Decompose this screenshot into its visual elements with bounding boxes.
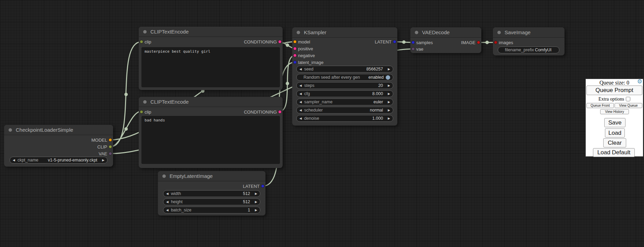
collapse-dot-icon[interactable]: [415, 31, 418, 34]
port-dot-model[interactable]: [109, 138, 112, 142]
arrow-left-icon[interactable]: ◀: [166, 192, 169, 195]
arrow-right-icon[interactable]: ▶: [388, 92, 390, 95]
output-port-model[interactable]: MODEL: [91, 137, 113, 143]
node-title-bar[interactable]: CLIPTextEncode: [139, 27, 283, 37]
arrow-right-icon[interactable]: ▶: [388, 100, 390, 104]
input-port-clip[interactable]: clip: [139, 39, 151, 44]
settings-gear-icon[interactable]: ⚙: [637, 79, 642, 84]
seed-widget[interactable]: ◀ seed 8566257 ▶: [296, 66, 393, 73]
arrow-left-icon[interactable]: ◀: [299, 108, 302, 112]
port-dot-clip[interactable]: [109, 145, 112, 148]
scheduler-widget[interactable]: ◀ scheduler normal ▶: [296, 107, 393, 114]
arrow-right-icon[interactable]: ▶: [388, 108, 390, 112]
output-port-clip[interactable]: CLIP: [97, 144, 113, 150]
output-port-vae[interactable]: VAE: [99, 151, 113, 156]
arrow-left-icon[interactable]: ◀: [299, 100, 302, 104]
input-port-model[interactable]: model: [292, 39, 310, 44]
port-dot-vae[interactable]: [411, 47, 415, 51]
output-port-latent[interactable]: LATENT: [375, 39, 397, 44]
collapse-dot-icon[interactable]: [497, 31, 501, 34]
node-save-image[interactable]: SaveImage images filename_prefix ComfyUI: [493, 27, 565, 55]
node-ksampler[interactable]: KSampler model positive negative latent_…: [292, 27, 397, 126]
denoise-widget[interactable]: ◀ denoise 1.000 ▶: [296, 115, 393, 122]
port-dot-images[interactable]: [494, 41, 497, 44]
node-clip-text-encode-positive[interactable]: CLIPTextEncode clip CONDITIONING masterp…: [139, 27, 283, 90]
view-queue-button[interactable]: View Queue: [615, 103, 642, 108]
input-port-images[interactable]: images: [493, 40, 513, 45]
load-button[interactable]: Load: [605, 128, 625, 138]
arrow-left-icon[interactable]: ◀: [166, 208, 169, 212]
arrow-right-icon[interactable]: ▶: [255, 200, 257, 204]
port-dot-positive[interactable]: [293, 47, 297, 50]
random-seed-toggle-widget[interactable]: Random seed after every gen enabled: [296, 74, 393, 81]
node-title-bar[interactable]: SaveImage: [493, 27, 565, 38]
port-dot-clip[interactable]: [140, 40, 143, 43]
batch-size-widget[interactable]: ◀ batch_size 1 ▶: [163, 207, 260, 213]
node-title-bar[interactable]: KSampler: [292, 27, 397, 38]
arrow-left-icon[interactable]: ◀: [299, 84, 302, 87]
port-dot-negative[interactable]: [293, 54, 297, 57]
extra-options-checkbox[interactable]: [626, 97, 630, 101]
positive-prompt-textarea[interactable]: masterpiece best quality girl: [141, 47, 280, 87]
arrow-right-icon[interactable]: ▶: [388, 84, 390, 87]
port-dot-clip[interactable]: [140, 110, 143, 114]
sampler-name-widget[interactable]: ◀ sampler_name euler ▶: [296, 99, 393, 105]
comfyui-canvas[interactable]: { "canvas": { "background": "#212121", "…: [0, 0, 644, 247]
node-title-bar[interactable]: EmptyLatentImage: [158, 171, 265, 181]
node-vae-decode[interactable]: VAEDecode samples vae IMAGE: [410, 27, 481, 53]
negative-prompt-textarea[interactable]: bad hands: [141, 116, 280, 164]
output-port-conditioning[interactable]: CONDITIONING: [244, 39, 283, 44]
port-dot-latent[interactable]: [393, 40, 396, 43]
cfg-widget[interactable]: ◀ cfg 8.000 ▶: [296, 90, 393, 97]
output-port-image[interactable]: IMAGE: [461, 40, 481, 45]
steps-widget[interactable]: ◀ steps 20 ▶: [296, 82, 393, 89]
node-clip-text-encode-negative[interactable]: CLIPTextEncode clip CONDITIONING bad han…: [139, 97, 283, 168]
arrow-left-icon[interactable]: ◀: [299, 67, 302, 71]
arrow-right-icon[interactable]: ▶: [255, 208, 257, 212]
filename-prefix-widget[interactable]: filename_prefix ComfyUI: [498, 47, 559, 53]
arrow-left-icon[interactable]: ◀: [299, 92, 302, 95]
clear-button[interactable]: Clear: [603, 138, 626, 147]
input-port-latent-image[interactable]: latent_image: [292, 60, 323, 65]
node-title-bar[interactable]: CLIPTextEncode: [139, 97, 283, 107]
input-port-clip[interactable]: clip: [139, 109, 151, 115]
toggle-circle-icon[interactable]: [386, 75, 390, 80]
arrow-right-icon[interactable]: ▶: [388, 117, 390, 120]
view-history-button[interactable]: View History: [600, 109, 629, 114]
ckpt-name-widget[interactable]: ◀ ckpt_name v1-5-pruned-emaonly.ckpt ▶: [10, 157, 108, 164]
save-button[interactable]: Save: [604, 118, 626, 127]
input-port-samples[interactable]: samples: [410, 40, 433, 45]
collapse-dot-icon[interactable]: [143, 100, 147, 104]
node-title-bar[interactable]: CheckpointLoaderSimple: [4, 125, 113, 135]
arrow-left-icon[interactable]: ◀: [13, 158, 15, 162]
node-checkpoint-loader[interactable]: CheckpointLoaderSimple MODEL CLIP VAE ◀ …: [4, 125, 113, 167]
collapse-dot-icon[interactable]: [143, 30, 147, 34]
arrow-right-icon[interactable]: ▶: [255, 192, 257, 195]
input-port-vae[interactable]: vae: [410, 46, 423, 52]
output-port-conditioning[interactable]: CONDITIONING: [244, 109, 283, 115]
collapse-dot-icon[interactable]: [297, 31, 300, 34]
port-dot-samples[interactable]: [411, 41, 415, 44]
input-port-negative[interactable]: negative: [292, 53, 315, 58]
load-default-button[interactable]: Load Default: [593, 148, 635, 157]
port-dot-model[interactable]: [293, 40, 297, 43]
width-widget[interactable]: ◀ width 512 ▶: [163, 190, 260, 197]
port-dot-vae[interactable]: [109, 152, 112, 155]
collapse-dot-icon[interactable]: [162, 174, 166, 178]
queue-prompt-button[interactable]: Queue Prompt: [586, 86, 642, 95]
collapse-dot-icon[interactable]: [9, 128, 12, 132]
node-empty-latent-image[interactable]: EmptyLatentImage LATENT ◀ width 512 ▶ ◀ …: [158, 171, 265, 216]
output-port-latent[interactable]: LATENT: [243, 183, 265, 189]
queue-front-button[interactable]: Queue Front: [586, 103, 614, 108]
arrow-right-icon[interactable]: ▶: [388, 67, 390, 71]
arrow-left-icon[interactable]: ◀: [299, 117, 302, 120]
port-dot-image[interactable]: [477, 41, 480, 44]
port-dot-conditioning[interactable]: [278, 40, 282, 43]
node-title-bar[interactable]: VAEDecode: [410, 27, 481, 38]
height-widget[interactable]: ◀ height 512 ▶: [163, 198, 260, 205]
arrow-right-icon[interactable]: ▶: [102, 158, 104, 162]
port-dot-conditioning[interactable]: [278, 110, 282, 114]
port-dot-latent[interactable]: [261, 184, 264, 188]
arrow-left-icon[interactable]: ◀: [166, 200, 169, 204]
port-dot-latent-image[interactable]: [293, 61, 297, 64]
